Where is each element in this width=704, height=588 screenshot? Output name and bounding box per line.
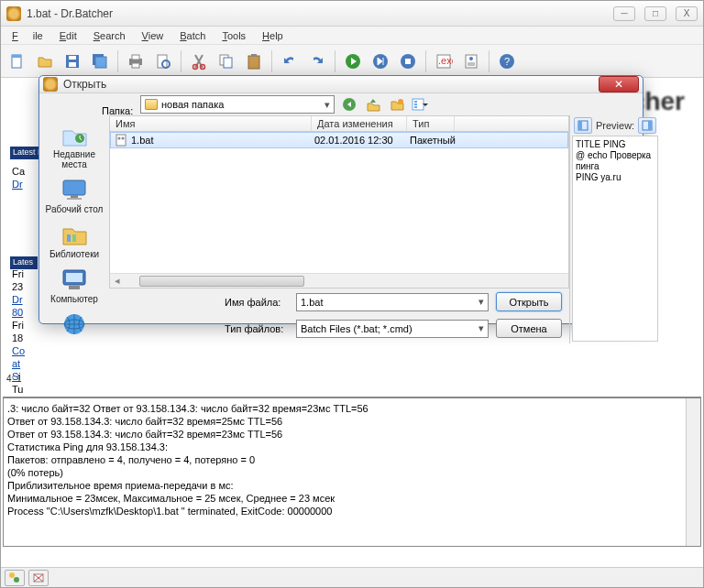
copy-button[interactable] xyxy=(214,49,239,74)
filetype-label: Тип файлов: xyxy=(225,323,289,334)
svg-rect-44 xyxy=(66,273,82,282)
svg-point-25 xyxy=(469,57,473,60)
up-button[interactable] xyxy=(364,95,382,114)
dialog-titlebar: Открыть ✕ xyxy=(39,76,643,93)
console-scrollbar[interactable] xyxy=(686,398,700,546)
svg-text:.exe: .exe xyxy=(438,55,453,66)
help-button[interactable]: ? xyxy=(494,49,520,74)
minimize-button[interactable]: ─ xyxy=(613,6,635,21)
preview-label: Preview: xyxy=(596,120,634,131)
place-libraries[interactable]: Библиотеки xyxy=(39,219,109,262)
svg-point-50 xyxy=(122,137,125,140)
step-button[interactable] xyxy=(368,49,393,74)
save-button[interactable] xyxy=(60,49,85,74)
save-all-button[interactable] xyxy=(87,49,113,74)
titlebar: 1.bat - Dr.Batcher ─ □ X xyxy=(1,1,703,27)
svg-point-28 xyxy=(9,572,15,578)
menu-edit[interactable]: Edit xyxy=(52,28,84,43)
exe-button[interactable]: .exe xyxy=(431,49,456,74)
dialog-close-button[interactable]: ✕ xyxy=(599,76,639,93)
col-date[interactable]: Дата изменения xyxy=(312,116,407,131)
batch-file-icon xyxy=(115,134,127,147)
filename-input[interactable]: 1.bat ▾ xyxy=(296,293,489,311)
menu-view[interactable]: View xyxy=(135,28,171,43)
svg-point-49 xyxy=(118,137,121,140)
back-button[interactable] xyxy=(340,95,358,114)
svg-point-29 xyxy=(14,577,19,583)
svg-rect-36 xyxy=(414,106,417,108)
open-button[interactable] xyxy=(32,49,58,74)
status-btn-2[interactable] xyxy=(28,570,49,586)
svg-rect-21 xyxy=(405,59,411,64)
redo-button[interactable] xyxy=(304,49,330,74)
menu-help[interactable]: Help xyxy=(255,28,291,43)
window-title: 1.bat - Dr.Batcher xyxy=(27,7,113,20)
file-row[interactable]: 1.bat 02.01.2016 12:30 Пакетный xyxy=(110,132,568,148)
new-folder-button[interactable] xyxy=(388,95,406,114)
chevron-down-icon: ▾ xyxy=(478,296,484,308)
cut-button[interactable] xyxy=(186,49,212,74)
close-button[interactable]: X xyxy=(676,6,698,21)
svg-rect-33 xyxy=(412,99,424,110)
file-list-header[interactable]: Имя Дата изменения Тип xyxy=(109,115,569,132)
filename-label: Имя файла: xyxy=(225,297,289,308)
filetype-select[interactable]: Batch Files (*.bat; *.cmd) ▾ xyxy=(296,320,489,338)
col-name[interactable]: Имя xyxy=(110,116,312,131)
view-menu-button[interactable] xyxy=(412,95,430,114)
svg-rect-39 xyxy=(71,195,78,198)
open-button[interactable]: Открыть xyxy=(496,292,562,311)
svg-rect-41 xyxy=(67,234,71,242)
preview-toggle-right[interactable] xyxy=(638,117,656,134)
svg-rect-54 xyxy=(648,121,652,130)
preview-toggle-left[interactable] xyxy=(574,117,592,134)
print-button[interactable] xyxy=(123,49,148,74)
place-network[interactable] xyxy=(39,309,109,340)
svg-rect-45 xyxy=(69,286,80,289)
dialog-title: Открыть xyxy=(63,78,106,91)
console-output[interactable]: .3: число байт=32 Ответ от 93.158.134.3:… xyxy=(3,397,701,547)
folder-label: Папка: xyxy=(102,105,133,116)
dialog-icon xyxy=(43,77,58,92)
svg-rect-38 xyxy=(63,180,85,195)
svg-rect-16 xyxy=(248,56,259,69)
file-list[interactable]: 1.bat 02.01.2016 12:30 Пакетный ◂ xyxy=(109,132,569,289)
cancel-button[interactable]: Отмена xyxy=(496,319,562,338)
menu-search[interactable]: Search xyxy=(86,28,133,43)
settings-button[interactable] xyxy=(458,49,484,74)
place-desktop[interactable]: Рабочий стол xyxy=(39,174,109,217)
chevron-down-icon: ▾ xyxy=(478,322,484,334)
svg-rect-52 xyxy=(578,121,582,130)
print-preview-button[interactable] xyxy=(150,49,176,74)
paste-button[interactable] xyxy=(241,49,267,74)
folder-combobox[interactable]: новая папака ▾ xyxy=(140,95,335,114)
svg-rect-34 xyxy=(414,101,417,103)
chevron-down-icon: ▾ xyxy=(324,99,330,111)
run-button[interactable] xyxy=(340,49,366,74)
menu-file[interactable]: File xyxy=(5,28,50,43)
undo-button[interactable] xyxy=(277,49,302,74)
stop-button[interactable] xyxy=(395,49,421,74)
maximize-button[interactable]: □ xyxy=(644,6,666,21)
status-btn-1[interactable] xyxy=(5,570,25,586)
menu-tools[interactable]: Tools xyxy=(214,28,253,43)
col-type[interactable]: Тип xyxy=(407,116,455,131)
app-icon xyxy=(6,6,21,21)
svg-rect-6 xyxy=(95,57,106,68)
place-computer[interactable]: Компьютер xyxy=(39,264,109,307)
new-button[interactable] xyxy=(5,49,30,74)
svg-rect-3 xyxy=(69,56,76,60)
svg-rect-1 xyxy=(12,55,21,58)
file-list-hscroll[interactable]: ◂ xyxy=(110,273,568,288)
menu-batch[interactable]: Batch xyxy=(172,28,213,43)
left-text-block: Ca Dr Fri 23 Dr 80 Fri 18 Co at Si Tu 22… xyxy=(12,165,25,434)
folder-icon xyxy=(145,99,158,110)
svg-rect-42 xyxy=(72,234,76,242)
place-recent[interactable]: Недавние места xyxy=(39,119,109,172)
preview-pane: Preview: TITLE PING @ echo Проверка пинг… xyxy=(569,115,660,343)
splitter-info: 4: 1 xyxy=(6,374,22,384)
statusbar xyxy=(1,567,703,587)
svg-rect-4 xyxy=(69,62,76,67)
toolbar: .exe ? xyxy=(1,45,703,78)
menubar: File Edit Search View Batch Tools Help xyxy=(1,27,703,45)
svg-rect-40 xyxy=(67,198,82,200)
